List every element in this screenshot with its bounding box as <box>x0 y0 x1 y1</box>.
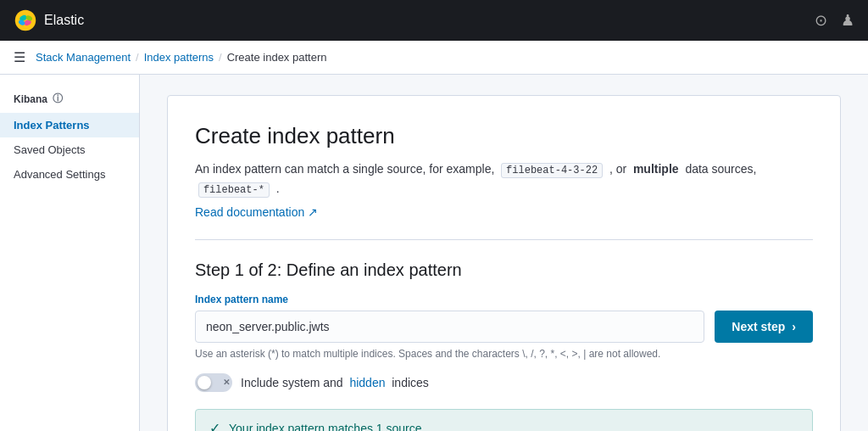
main-layout: Kibana ⓘ Index Patterns Saved Objects Ad… <box>0 75 868 431</box>
external-link-icon: ↗ <box>308 205 318 219</box>
input-row: Next step › <box>195 311 813 343</box>
top-bar: Elastic ⊙ ♟ <box>0 0 868 41</box>
sidebar-nav: Index Patterns Saved Objects Advanced Se… <box>0 113 139 187</box>
toggle-track: ✕ <box>195 373 232 392</box>
check-icon: ✓ <box>209 420 220 431</box>
sidebar-item-saved-objects[interactable]: Saved Objects <box>0 137 139 162</box>
toggle-label-after: indices <box>392 376 429 389</box>
svg-point-0 <box>15 10 36 31</box>
toggle-label-before: Include system and <box>241 376 343 389</box>
desc-before: An index pattern can match a single sour… <box>195 162 494 176</box>
desc-end: . <box>276 182 280 195</box>
help-icon[interactable]: ⊙ <box>815 11 827 30</box>
toggle-x-icon: ✕ <box>223 376 230 389</box>
toggle-thumb <box>198 376 211 389</box>
content-area: Create index pattern An index pattern ca… <box>140 75 868 431</box>
divider <box>195 239 813 240</box>
hidden-indices-toggle[interactable]: ✕ <box>195 373 232 392</box>
index-pattern-input[interactable] <box>195 311 704 343</box>
sidebar: Kibana ⓘ Index Patterns Saved Objects Ad… <box>0 75 140 431</box>
doc-link-label: Read documentation <box>195 205 304 219</box>
breadcrumb-index-patterns[interactable]: Index patterns <box>144 51 214 64</box>
example-multiple: filebeat-* <box>198 182 270 198</box>
hamburger-button[interactable]: ☰ <box>14 49 25 65</box>
elastic-logo-icon <box>14 8 37 32</box>
next-step-label: Next step <box>732 320 785 333</box>
next-step-button[interactable]: Next step › <box>715 311 813 343</box>
breadcrumb-sep-2: / <box>219 51 222 64</box>
breadcrumb-current: Create index pattern <box>227 51 327 64</box>
toggle-label-link[interactable]: hidden <box>349 376 385 389</box>
doc-link[interactable]: Read documentation ↗ <box>195 205 318 219</box>
example-single: filebeat-4-3-22 <box>501 163 603 178</box>
desc-middle: , or <box>609 162 626 176</box>
step-title: Step 1 of 2: Define an index pattern <box>195 260 813 280</box>
app-logo: Elastic <box>14 8 84 32</box>
desc-after: data sources, <box>685 162 756 176</box>
breadcrumb-bar: ☰ Stack Management / Index patterns / Cr… <box>0 41 868 75</box>
breadcrumb-sep-1: / <box>136 51 139 64</box>
breadcrumb-stack-management[interactable]: Stack Management <box>36 51 131 64</box>
app-name: Elastic <box>44 13 84 28</box>
toggle-row: ✕ Include system and hidden indices <box>195 373 813 392</box>
top-bar-icons: ⊙ ♟ <box>815 11 854 30</box>
field-hint: Use an asterisk (*) to match multiple in… <box>195 348 813 360</box>
desc-bold: multiple <box>633 162 679 176</box>
toggle-label: Include system and hidden indices <box>241 376 429 389</box>
field-label: Index pattern name <box>195 294 813 305</box>
sidebar-item-index-patterns[interactable]: Index Patterns <box>0 113 139 137</box>
success-message: Your index pattern matches 1 source. <box>229 422 425 431</box>
success-banner: ✓ Your index pattern matches 1 source. <box>195 409 813 431</box>
breadcrumb: Stack Management / Index patterns / Crea… <box>36 51 326 64</box>
sidebar-help-icon[interactable]: ⓘ <box>53 92 63 106</box>
page-title: Create index pattern <box>195 123 813 149</box>
page-description: An index pattern can match a single sour… <box>195 160 813 199</box>
sidebar-section-title: Kibana ⓘ <box>0 88 139 113</box>
content-card: Create index pattern An index pattern ca… <box>167 95 841 431</box>
user-icon[interactable]: ♟ <box>841 11 854 30</box>
sidebar-item-advanced-settings[interactable]: Advanced Settings <box>0 162 139 187</box>
chevron-right-icon: › <box>792 320 796 333</box>
